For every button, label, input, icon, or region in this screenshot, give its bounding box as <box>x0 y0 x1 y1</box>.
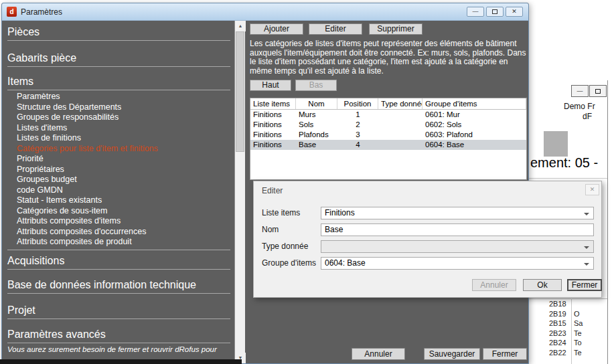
chevron-down-icon[interactable] <box>584 246 589 249</box>
combo-box[interactable]: Finitions <box>321 207 594 219</box>
sidebar-section: Pièces <box>7 26 230 41</box>
sidebar-heading[interactable]: Gabarits pièce <box>7 52 230 67</box>
titlebar[interactable]: d Paramètres — ✕ <box>2 3 528 21</box>
maximize-button[interactable] <box>486 7 504 17</box>
table-cell: Finitions <box>250 120 296 130</box>
bg-row-text: O <box>574 309 580 318</box>
bg-close-button[interactable] <box>607 85 608 97</box>
table-row[interactable]: FinitionsSols20602: Sols <box>250 120 526 130</box>
sidebar-item[interactable]: Catégories de sous-item <box>7 206 230 217</box>
bg-row-id: 2B24 <box>549 338 566 347</box>
table-cell: 0603: Plafond <box>423 130 526 140</box>
table-column-header[interactable]: Liste items <box>250 98 296 109</box>
sidebar-item[interactable]: Attributs composites d'occurrences <box>7 227 230 238</box>
sidebar-item[interactable]: Listes d'items <box>7 123 230 134</box>
sidebar-item[interactable]: Priorité <box>7 154 230 165</box>
bg-list-row: 2B19O <box>529 309 607 319</box>
sidebar-heading[interactable]: Items <box>7 76 230 90</box>
edit-button[interactable]: Editer <box>309 23 362 35</box>
sidebar-item[interactable]: Statut - Items existants <box>7 195 230 206</box>
panel-close-button[interactable]: Fermer <box>483 348 527 360</box>
dialog-ok-button[interactable]: Ok <box>523 279 562 291</box>
sidebar-item-selected[interactable]: Catégories pour liste d'item et finition… <box>7 144 230 155</box>
sidebar-section: Base de données information technique <box>7 279 230 294</box>
bg-list-row: 2B23Te <box>529 329 607 339</box>
combo-box[interactable]: 0604: Base <box>321 257 594 270</box>
window-title: Paramètres <box>21 7 62 17</box>
sidebar-item[interactable]: Paramètres <box>7 92 230 102</box>
dialog-title: Editer <box>262 186 283 195</box>
sidebar-heading[interactable]: Paramètres avancés <box>7 329 230 343</box>
sidebar-item[interactable]: Attributs composites d'items <box>7 216 230 227</box>
table-row[interactable]: FinitionsBase40604: Base <box>250 140 526 150</box>
table-cell <box>378 130 423 140</box>
sidebar-footnote: Vous aurez surement besoin de fermer et … <box>7 345 226 354</box>
field-value: 0604: Base <box>325 258 366 268</box>
table-cell: 2 <box>337 120 378 130</box>
sidebar-heading[interactable]: Pièces <box>7 26 230 41</box>
table-cell: 1 <box>337 110 378 120</box>
sidebar-item[interactable]: Attributs composites de produit <box>7 237 230 248</box>
close-button[interactable]: ✕ <box>506 7 523 17</box>
table-cell: 0604: Base <box>423 140 526 150</box>
table-cell: Plafonds <box>296 130 337 140</box>
sidebar-section: Projet <box>7 304 230 319</box>
table-column-header[interactable]: Groupe d'items <box>423 98 526 109</box>
sidebar-item[interactable]: Groupes de responsabilités <box>7 112 230 123</box>
maximize-icon <box>492 9 497 14</box>
panel-save-button[interactable]: Sauvegarder <box>424 348 480 360</box>
dialog-close-action-button[interactable]: Fermer <box>567 279 602 291</box>
delete-button[interactable]: Supprimer <box>369 23 423 35</box>
bg-gray-block <box>544 131 568 157</box>
sidebar-item[interactable]: code GMDN <box>7 185 230 196</box>
panel-cancel-button[interactable]: Annuler <box>352 348 405 360</box>
table-column-header[interactable]: Position <box>337 98 378 109</box>
table-cell <box>378 110 423 120</box>
drofus-app-icon: d <box>7 7 17 17</box>
move-down-button[interactable]: Bas <box>295 80 337 91</box>
chevron-down-icon[interactable] <box>584 263 589 266</box>
table-row[interactable]: FinitionsMurs10601: Mur <box>250 110 526 120</box>
table-cell: 0601: Mur <box>423 110 526 120</box>
table-cell: 4 <box>337 140 378 150</box>
scroll-up-icon[interactable]: ▲ <box>235 21 246 31</box>
table-row[interactable]: FinitionsPlafonds30603: Plafond <box>250 130 526 140</box>
table-cell: Sols <box>296 120 337 130</box>
bg-row-id: 2B18 <box>549 299 566 308</box>
bg-minimize-button[interactable]: — <box>571 85 589 97</box>
sidebar-section: Gabarits pièce <box>7 52 230 67</box>
text-input[interactable]: Base <box>321 223 594 236</box>
sidebar-item[interactable]: Groupes budget <box>7 175 230 185</box>
sidebar-item[interactable]: Listes de finitions <box>7 133 230 144</box>
chevron-down-icon[interactable] <box>584 213 589 215</box>
sidebar-section: ItemsParamètresStructure des Département… <box>7 76 230 250</box>
dialog-cancel-button[interactable]: Annuler <box>472 279 516 291</box>
table-header: Liste itemsNomPositionType donnéeGroupe … <box>250 98 526 110</box>
field-label: Type donnée <box>262 242 308 251</box>
bg-row-text: Te <box>574 329 582 338</box>
sidebar-section: Acquisitions <box>7 255 230 270</box>
sidebar-heading[interactable]: Projet <box>7 304 230 319</box>
sidebar-item[interactable]: Structure des Départements <box>7 102 230 113</box>
table-cell: Finitions <box>250 110 296 120</box>
combo-box[interactable] <box>321 240 594 253</box>
bg-row-id: 2B23 <box>549 329 566 338</box>
maximize-icon <box>595 89 601 94</box>
bg-maximize-button[interactable] <box>589 85 607 97</box>
table-column-header[interactable]: Type donnée <box>378 98 423 109</box>
sidebar-item[interactable]: Propriétaires <box>7 165 230 175</box>
sidebar-heading[interactable]: Acquisitions <box>7 255 230 270</box>
move-up-button[interactable]: Haut <box>250 80 291 91</box>
bg-list-row: 2B15Sa <box>529 318 607 329</box>
table-cell: Base <box>296 140 337 150</box>
bg-row-text: Te <box>574 348 582 357</box>
add-button[interactable]: Ajouter <box>250 23 303 35</box>
field-label: Nom <box>262 225 279 234</box>
table-column-header[interactable]: Nom <box>296 98 337 109</box>
bg-row-id: 2B19 <box>549 309 566 318</box>
sidebar-heading[interactable]: Base de données information technique <box>7 279 230 294</box>
minimize-button[interactable]: — <box>467 7 484 17</box>
sidebar-scrollbar[interactable]: ▲ ▼ <box>234 21 245 363</box>
dialog-close-button[interactable]: ✕ <box>585 184 599 195</box>
scrollbar-thumb[interactable] <box>236 31 244 152</box>
